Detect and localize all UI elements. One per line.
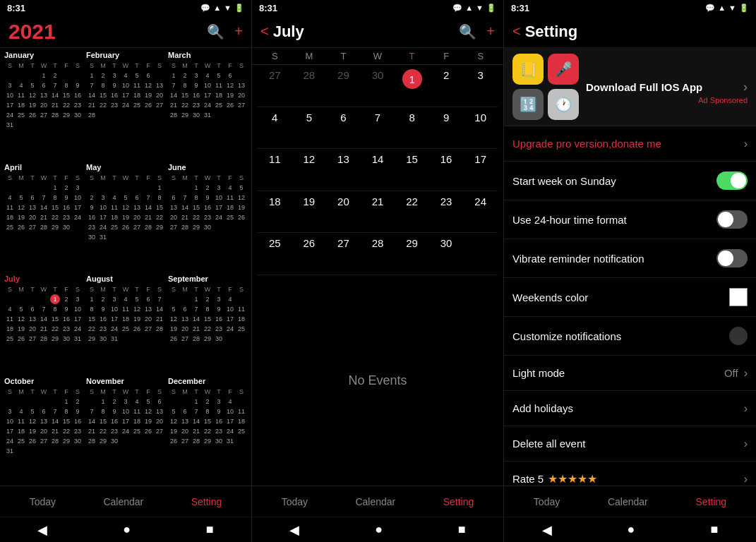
mini-cal-day[interactable]: 16 xyxy=(86,212,97,222)
mini-cal-day[interactable]: 7 xyxy=(191,304,202,314)
mini-cal-day[interactable]: 2 xyxy=(202,397,213,406)
mini-cal-day[interactable]: 16 xyxy=(191,90,202,100)
vibrate-toggle[interactable] xyxy=(716,249,748,267)
mini-cal-day[interactable]: 18 xyxy=(120,314,131,324)
mini-cal-day[interactable]: 6 xyxy=(168,193,179,203)
mini-cal-day[interactable]: 22 xyxy=(97,100,109,110)
mini-cal-day[interactable]: 27 xyxy=(143,324,154,334)
setting-tab-year[interactable]: Setting xyxy=(191,496,222,507)
mini-cal-day[interactable]: 31 xyxy=(4,446,16,456)
mini-cal-day[interactable]: 22 xyxy=(191,212,202,222)
mini-cal-day[interactable]: 16 xyxy=(72,90,83,100)
mini-cal-day[interactable]: 18 xyxy=(16,100,27,110)
mini-cal-day[interactable]: 22 xyxy=(49,212,61,222)
mini-cal-day[interactable]: 11 xyxy=(236,406,247,416)
mini-cal-day[interactable]: 4 xyxy=(224,397,236,406)
mini-cal-day[interactable]: 4 xyxy=(120,71,131,80)
mini-cal-day[interactable]: 31 xyxy=(109,334,120,344)
mini-cal-day[interactable]: 21 xyxy=(191,426,202,436)
mini-cal-day[interactable]: 19 xyxy=(168,324,179,334)
mini-cal-day[interactable]: 6 xyxy=(27,193,38,203)
mini-cal-day[interactable]: 11 xyxy=(120,304,131,314)
back-btn-month[interactable]: ◀ xyxy=(289,522,299,538)
mini-cal-day[interactable]: 12 xyxy=(16,203,27,212)
day-cell[interactable]: 6 xyxy=(326,107,361,149)
day-cell[interactable]: 16 xyxy=(429,149,464,191)
day-cell[interactable]: 28 xyxy=(361,233,395,275)
mini-cal-day[interactable]: 26 xyxy=(16,222,27,232)
mini-cal-day[interactable]: 21 xyxy=(38,324,49,334)
mini-cal-day[interactable]: 28 xyxy=(143,222,154,232)
mini-cal-day[interactable]: 29 xyxy=(86,334,97,344)
mini-cal-day[interactable]: 5 xyxy=(213,71,224,80)
day-cell-today[interactable]: 1 xyxy=(395,65,429,107)
mini-cal-day[interactable]: 1 xyxy=(38,71,49,80)
mini-cal-day[interactable]: 19 xyxy=(143,416,154,426)
mini-cal-day[interactable]: 13 xyxy=(27,314,38,324)
mini-cal-day[interactable]: 21 xyxy=(49,426,61,436)
mini-cal-day[interactable]: 23 xyxy=(202,212,213,222)
mini-cal-day[interactable]: 21 xyxy=(179,212,191,222)
mini-cal-day[interactable]: 9 xyxy=(109,406,120,416)
mini-cal-day[interactable]: 21 xyxy=(168,100,179,110)
mini-cal-day[interactable]: 13 xyxy=(179,416,191,426)
mini-cal-day[interactable]: 31 xyxy=(97,232,109,242)
mini-cal-day[interactable]: 10 xyxy=(120,80,131,90)
24h-toggle[interactable] xyxy=(716,210,748,229)
mini-cal-day[interactable]: 1 xyxy=(86,294,97,304)
mini-cal-day[interactable]: 12 xyxy=(168,416,179,426)
mini-cal-day[interactable]: 11 xyxy=(4,203,16,212)
mini-cal-day[interactable]: 14 xyxy=(38,203,49,212)
mini-cal-day[interactable]: 3 xyxy=(97,193,109,203)
mini-cal-day[interactable]: 20 xyxy=(38,426,49,436)
today-tab-settings[interactable]: Today xyxy=(534,496,560,507)
mini-cal-day[interactable]: 29 xyxy=(61,436,72,446)
mini-cal-day[interactable]: 8 xyxy=(97,80,109,90)
mini-cal-day[interactable]: 23 xyxy=(86,222,97,232)
mini-cal-day[interactable]: 23 xyxy=(109,426,120,436)
mini-cal-day[interactable]: 25 xyxy=(213,100,224,110)
mini-cal-day[interactable]: 24 xyxy=(224,426,236,436)
mini-cal-day[interactable]: 4 xyxy=(131,397,143,406)
day-cell[interactable]: 29 xyxy=(326,65,361,107)
search-icon-month[interactable]: 🔍 xyxy=(459,23,476,40)
mini-cal-day[interactable]: 3 xyxy=(4,406,16,416)
mini-cal-day[interactable]: 13 xyxy=(38,416,49,426)
mini-cal-day[interactable]: 6 xyxy=(143,294,154,304)
mini-cal-day[interactable]: 18 xyxy=(224,203,236,212)
day-cell[interactable]: 30 xyxy=(429,233,464,275)
mini-cal-day[interactable]: 18 xyxy=(131,416,143,426)
mini-cal-day[interactable]: 4 xyxy=(4,193,16,203)
mini-cal-day[interactable]: 14 xyxy=(191,416,202,426)
mini-cal-day[interactable]: 25 xyxy=(16,436,27,446)
today-tab-month[interactable]: Today xyxy=(282,496,308,507)
mini-cal-day[interactable]: 23 xyxy=(72,100,83,110)
mini-cal-day[interactable]: 9 xyxy=(86,203,97,212)
mini-cal-day[interactable]: 11 xyxy=(4,314,16,324)
mini-cal-day[interactable]: 27 xyxy=(38,436,49,446)
mini-cal-day[interactable]: 30 xyxy=(72,110,83,120)
mini-cal-day[interactable]: 13 xyxy=(143,304,154,314)
mini-cal-day[interactable]: 9 xyxy=(61,304,72,314)
mini-cal-day[interactable]: 28 xyxy=(191,436,202,446)
mini-cal-day[interactable]: 29 xyxy=(49,222,61,232)
day-cell[interactable]: 27 xyxy=(258,65,292,107)
setting-tab-month[interactable]: Setting xyxy=(443,496,474,507)
day-cell[interactable]: 13 xyxy=(326,149,361,191)
mini-cal-day[interactable]: 27 xyxy=(236,100,247,110)
day-cell[interactable]: 3 xyxy=(463,65,498,107)
mini-cal-day[interactable]: 8 xyxy=(86,304,97,314)
mini-cal-day[interactable]: 9 xyxy=(97,304,109,314)
mini-cal-day[interactable]: 18 xyxy=(16,426,27,436)
home-btn-s[interactable]: ● xyxy=(628,522,635,537)
day-cell[interactable]: 19 xyxy=(292,191,327,233)
mini-cal-day[interactable]: 25 xyxy=(109,222,120,232)
mini-cal-day[interactable]: 12 xyxy=(131,304,143,314)
today-tab-year[interactable]: Today xyxy=(30,496,56,507)
mini-cal-day[interactable]: 17 xyxy=(72,314,83,324)
mini-cal-day[interactable]: 24 xyxy=(72,324,83,334)
day-cell[interactable]: 20 xyxy=(326,191,361,233)
mini-cal-day[interactable]: 14 xyxy=(49,90,61,100)
mini-cal-day[interactable]: 14 xyxy=(86,416,97,426)
mini-cal-day[interactable]: 23 xyxy=(72,426,83,436)
